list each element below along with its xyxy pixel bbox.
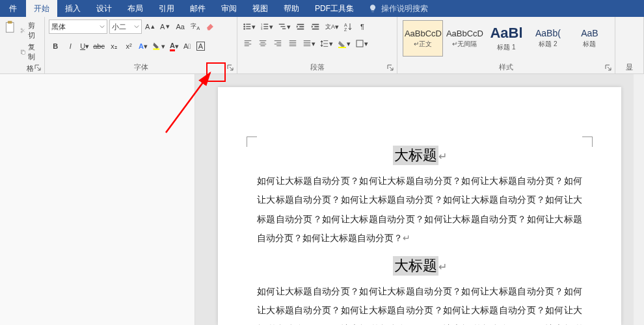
doc-body-1[interactable]: 如何让大标题自动分页？如何让大标题自动分页？如何让大标题自动分页？如何让大标题自… bbox=[257, 172, 582, 248]
svg-rect-10 bbox=[246, 26, 250, 27]
font-color-button[interactable]: A▾ bbox=[168, 40, 180, 53]
tab-pdf-tools[interactable]: PDF工具集 bbox=[307, 0, 362, 17]
style-heading1[interactable]: AaBl 标题 1 bbox=[486, 20, 526, 57]
justify-button[interactable] bbox=[286, 37, 299, 50]
svg-rect-12 bbox=[246, 29, 250, 29]
copy-label: 复制 bbox=[28, 42, 38, 62]
vertical-scrollbar[interactable] bbox=[634, 74, 644, 325]
align-center-button[interactable] bbox=[256, 37, 269, 50]
svg-rect-24 bbox=[338, 47, 346, 48]
font-group-label: 字体 bbox=[49, 61, 233, 72]
tab-review[interactable]: 审阅 bbox=[213, 0, 245, 17]
lightbulb-icon bbox=[368, 4, 377, 13]
style-preview: AaBl bbox=[490, 25, 522, 42]
clipboard-group: 剪切 复制 格式刷 剪贴板 bbox=[0, 17, 45, 73]
tab-design[interactable]: 设计 bbox=[88, 0, 120, 17]
tab-layout[interactable]: 布局 bbox=[120, 0, 151, 17]
decrease-indent-button[interactable] bbox=[294, 20, 307, 33]
change-case-button[interactable]: Aa bbox=[174, 20, 187, 33]
sort-icon: AZ bbox=[343, 22, 353, 31]
shading-button[interactable]: ▾ bbox=[336, 37, 352, 50]
svg-point-9 bbox=[243, 26, 245, 28]
clipboard-launcher[interactable] bbox=[33, 63, 42, 72]
multilevel-list-button[interactable]: ▾ bbox=[276, 20, 292, 33]
paragraph-group-label: 段落 bbox=[241, 61, 394, 72]
tab-mail[interactable]: 邮件 bbox=[182, 0, 213, 17]
shrink-font-button[interactable]: A▼ bbox=[159, 20, 172, 33]
increase-indent-button[interactable] bbox=[309, 20, 322, 33]
document-area[interactable]: 大标题↵ 如何让大标题自动分页？如何让大标题自动分页？如何让大标题自动分页？如何… bbox=[195, 74, 644, 325]
style-no-spacing[interactable]: AaBbCcD ↵无间隔 bbox=[444, 20, 485, 57]
chevron-down-icon bbox=[134, 24, 139, 29]
styles-gallery[interactable]: AaBbCcD ↵正文 AaBbCcD ↵无间隔 AaBl 标题 1 AaBb(… bbox=[401, 19, 611, 58]
justify-icon bbox=[288, 39, 297, 48]
style-normal[interactable]: AaBbCcD ↵正文 bbox=[403, 20, 443, 57]
sort-button[interactable]: AZ bbox=[342, 20, 354, 33]
style-heading2[interactable]: AaBb( 标题 2 bbox=[528, 20, 568, 57]
align-right-button[interactable] bbox=[271, 37, 284, 50]
ribbon-tabs: 件 开始 插入 设计 布局 引用 邮件 审阅 视图 帮助 PDF工具集 操作说明… bbox=[0, 0, 644, 17]
tab-help[interactable]: 帮助 bbox=[276, 0, 307, 17]
tab-home[interactable]: 开始 bbox=[26, 0, 57, 17]
document-page[interactable]: 大标题↵ 如何让大标题自动分页？如何让大标题自动分页？如何让大标题自动分页？如何… bbox=[218, 87, 621, 325]
doc-heading-1[interactable]: 大标题 bbox=[393, 146, 438, 165]
style-name: ↵无间隔 bbox=[452, 40, 477, 49]
font-launcher[interactable] bbox=[226, 63, 235, 72]
style-title[interactable]: AaB 标题 bbox=[569, 20, 610, 57]
borders-button[interactable]: ▾ bbox=[354, 37, 369, 50]
svg-rect-5 bbox=[22, 51, 25, 55]
align-left-button[interactable] bbox=[241, 37, 254, 50]
show-hide-button[interactable]: ¶ bbox=[356, 20, 369, 33]
svg-point-11 bbox=[243, 28, 245, 30]
outdent-icon bbox=[296, 22, 305, 31]
tell-me-search[interactable]: 操作说明搜索 bbox=[362, 0, 435, 17]
enclose-char-button[interactable]: A⃝ bbox=[182, 40, 192, 53]
align-center-icon bbox=[258, 39, 267, 48]
doc-body-2[interactable]: 如何让大标题自动分页？如何让大标题自动分页？如何让大标题自动分页？如何让大标题自… bbox=[257, 282, 582, 325]
style-name: 标题 2 bbox=[539, 40, 557, 49]
styles-launcher[interactable] bbox=[604, 63, 613, 72]
cut-button[interactable]: 剪切 bbox=[18, 20, 40, 41]
tab-file[interactable]: 件 bbox=[0, 0, 26, 17]
subscript-button[interactable]: x₂ bbox=[107, 40, 120, 53]
copy-button[interactable]: 复制 bbox=[18, 42, 40, 62]
paragraph-launcher[interactable] bbox=[386, 63, 395, 72]
grow-font-button[interactable]: A▲ bbox=[144, 20, 157, 33]
bold-button[interactable]: B bbox=[49, 40, 62, 53]
text-direction-button[interactable]: 文A▾ bbox=[324, 20, 340, 33]
tab-insert[interactable]: 插入 bbox=[57, 0, 88, 17]
svg-rect-0 bbox=[6, 23, 14, 32]
underline-button[interactable]: U▾ bbox=[79, 40, 90, 53]
line-spacing-button[interactable]: ▾ bbox=[319, 37, 334, 50]
tab-view[interactable]: 视图 bbox=[245, 0, 276, 17]
numbering-button[interactable]: 123▾ bbox=[259, 20, 275, 33]
distributed-icon bbox=[302, 39, 312, 48]
svg-rect-20 bbox=[280, 26, 285, 27]
font-name-dropdown[interactable]: 黑体 bbox=[49, 20, 107, 34]
highlight-button[interactable]: ▾ bbox=[151, 40, 167, 53]
phonetic-guide-button[interactable]: 字A bbox=[189, 20, 202, 33]
paste-icon bbox=[4, 20, 17, 36]
paragraph-group: ▾ 123▾ ▾ 文A▾ AZ ¶ ▾ ▾ ▾ ▾ 段落 bbox=[237, 17, 398, 73]
italic-button[interactable]: I bbox=[64, 40, 77, 53]
clear-formatting-button[interactable] bbox=[204, 20, 217, 33]
superscript-button[interactable]: x² bbox=[122, 40, 135, 53]
strikethrough-button[interactable]: abc bbox=[92, 40, 105, 53]
bullets-button[interactable]: ▾ bbox=[241, 20, 257, 33]
copy-icon bbox=[20, 48, 26, 56]
style-name: 标题 bbox=[583, 40, 596, 49]
distributed-button[interactable]: ▾ bbox=[301, 37, 317, 50]
styles-group: AaBbCcD ↵正文 AaBbCcD ↵无间隔 AaBl 标题 1 AaBb(… bbox=[397, 17, 615, 73]
char-border-button[interactable]: A bbox=[194, 40, 207, 53]
chevron-down-icon bbox=[100, 24, 105, 29]
navigation-panel[interactable] bbox=[0, 74, 195, 325]
borders-icon bbox=[355, 39, 364, 48]
font-name-value: 黑体 bbox=[51, 22, 100, 32]
style-name: ↵正文 bbox=[414, 40, 432, 49]
text-effects-button[interactable]: A▾ bbox=[137, 40, 149, 53]
font-size-dropdown[interactable]: 小二 bbox=[109, 20, 142, 34]
doc-heading-2[interactable]: 大标题 bbox=[393, 256, 438, 276]
editing-group-label: 显 bbox=[619, 61, 639, 72]
tab-references[interactable]: 引用 bbox=[151, 0, 182, 17]
svg-rect-6 bbox=[153, 49, 159, 50]
